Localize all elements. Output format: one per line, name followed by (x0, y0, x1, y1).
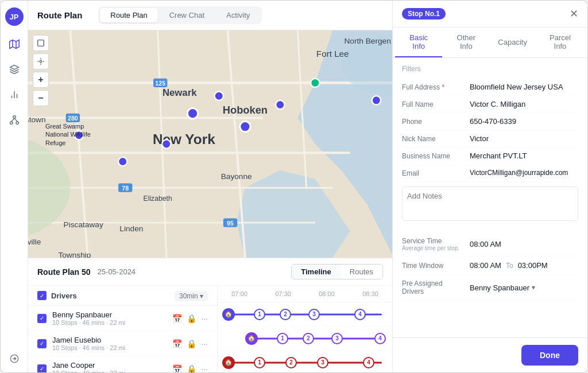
bottom-panel: Route Plan 50 25-05-2024 Timeline Routes… (28, 258, 392, 372)
svg-point-7 (13, 116, 16, 119)
stop-1-4[interactable]: 4 (354, 309, 366, 320)
service-time-sublabel: Average time per stop (402, 245, 465, 251)
svg-point-52 (215, 92, 223, 100)
zoom-in-button[interactable]: + (33, 72, 49, 88)
time-window-row: Time Window 08:00 AM To 03:00PM (402, 257, 578, 275)
sidebar: JP (1, 1, 28, 372)
tab-basic-info[interactable]: Basic Info (395, 28, 442, 57)
stop-1-3[interactable]: 3 (308, 309, 320, 320)
calendar-icon[interactable]: 📅 (172, 339, 182, 348)
network-icon[interactable] (7, 113, 21, 127)
stop-badge: Stop No.1 (402, 8, 446, 20)
stop-3-3[interactable]: 3 (317, 357, 328, 368)
driver-2-checkbox[interactable]: ✓ (37, 339, 47, 348)
drivers-column: ✓ Drivers 30min ▾ ✓ Benny Spanbauer 10 S… (28, 286, 218, 372)
time-window-to: 03:00PM (518, 261, 548, 270)
lock-icon[interactable]: 🔒 (187, 339, 196, 348)
map-select-tool[interactable] (33, 35, 49, 51)
svg-point-55 (372, 96, 381, 104)
svg-text:Township: Township (58, 251, 91, 258)
user-avatar[interactable]: JP (5, 7, 24, 26)
map-location-tool[interactable] (33, 53, 49, 69)
chart-icon[interactable] (7, 88, 21, 102)
driver-row: ✓ Jamel Eusebio 10 Stops · 46 mins · 22 … (28, 331, 217, 356)
time-badge: 30min ▾ (175, 291, 208, 301)
pre-assigned-value: Benny Spanbauer (470, 283, 529, 292)
lock-icon[interactable]: 🔒 (187, 314, 196, 323)
tab-crew-chat[interactable]: Crew Chat (159, 8, 215, 22)
svg-point-60 (40, 60, 42, 63)
route-info: Route Plan 50 25-05-2024 (37, 267, 136, 277)
driver-1-actions: 📅 🔒 ··· (172, 314, 208, 323)
stop-3-2[interactable]: 2 (285, 357, 297, 368)
lock-icon[interactable]: 🔒 (187, 364, 196, 373)
stop-2-1[interactable]: 1 (277, 333, 288, 344)
svg-text:North Bergen: North Bergen (344, 37, 390, 45)
stop-3-4[interactable]: 4 (363, 357, 374, 368)
svg-point-57 (118, 157, 127, 166)
svg-text:Elizabeth: Elizabeth (144, 195, 172, 203)
driver-1-meta: 10 Stops · 46 mins · 22 mi (52, 319, 167, 326)
calendar-icon[interactable]: 📅 (172, 364, 182, 373)
svg-point-51 (162, 139, 171, 148)
svg-marker-3 (10, 65, 18, 70)
view-tab-group: Timeline Routes (291, 264, 383, 279)
driver-2-info: Jamel Eusebio 10 Stops · 46 mins · 22 mi (52, 336, 167, 351)
zoom-out-button[interactable]: − (33, 90, 49, 106)
svg-text:Morristown: Morristown (28, 115, 46, 124)
driver-1-info: Benny Spanbauer 10 Stops · 46 mins · 22 … (52, 310, 167, 326)
panel-close-button[interactable]: ✕ (570, 7, 578, 20)
driver-1-checkbox[interactable]: ✓ (37, 314, 47, 323)
field-label-fullname: Full Name (402, 100, 465, 108)
drivers-select-all[interactable]: ✓ (37, 291, 47, 300)
bottom-panel-header: Route Plan 50 25-05-2024 Timeline Routes (28, 258, 392, 286)
svg-text:Newark: Newark (163, 87, 197, 98)
svg-text:Bayonne: Bayonne (221, 172, 252, 181)
stop-2-4[interactable]: 4 (374, 333, 386, 344)
svg-text:Fort Lee: Fort Lee (316, 49, 349, 59)
pre-assigned-row: Pre Assigned Drivers Benny Spanbauer ▾ (402, 275, 578, 301)
svg-text:Manville: Manville (28, 238, 41, 246)
view-tab-timeline[interactable]: Timeline (292, 265, 341, 279)
more-icon[interactable]: ··· (201, 314, 208, 323)
layers-icon[interactable] (7, 63, 21, 76)
svg-point-9 (16, 122, 19, 125)
driver-2-name: Jamel Eusebio (52, 336, 167, 344)
tab-parcel-info[interactable]: Parcel Info (535, 28, 585, 57)
route-title: Route Plan 50 (37, 267, 91, 277)
svg-text:Hoboken: Hoboken (223, 104, 268, 116)
view-tab-routes[interactable]: Routes (341, 265, 382, 279)
tab-capacity[interactable]: Capacity (490, 28, 535, 57)
done-button[interactable]: Done (521, 345, 578, 366)
stop-2-2[interactable]: 2 (303, 333, 314, 344)
map-icon[interactable] (7, 37, 21, 51)
info-row-business: Business Name Merchant PVT.LT (402, 147, 578, 165)
pre-assigned-select[interactable]: Benny Spanbauer ▾ (470, 283, 535, 292)
stop-1-2[interactable]: 2 (280, 309, 291, 320)
field-value-fullname: Victor C. Milligan (470, 100, 525, 108)
forward-icon[interactable] (7, 352, 21, 366)
drivers-label: Drivers (51, 292, 77, 300)
map-container[interactable]: 280 125 78 95 New York Hoboken Newark Fo… (28, 30, 392, 258)
info-row-phone: Phone 650-470-6339 (402, 113, 578, 130)
driver-row: ✓ Benny Spanbauer 10 Stops · 46 mins · 2… (28, 306, 217, 331)
calendar-icon[interactable]: 📅 (172, 314, 182, 323)
time-window-from: 08:00 AM (470, 261, 501, 270)
more-icon[interactable]: ··· (201, 364, 208, 373)
filters-label: Filters (402, 65, 578, 73)
more-icon[interactable]: ··· (201, 339, 208, 348)
driver-3-actions: 📅 🔒 ··· (172, 364, 208, 373)
stop-1-1[interactable]: 1 (254, 309, 265, 320)
driver-3-checkbox[interactable]: ✓ (37, 364, 47, 373)
time-window-range: 08:00 AM To 03:00PM (470, 261, 548, 270)
field-label-nickname: Nick Name (402, 134, 465, 143)
stop-2-3[interactable]: 3 (331, 333, 343, 344)
tab-other-info[interactable]: Other Info (442, 28, 490, 57)
notes-input[interactable] (402, 187, 578, 221)
stop-3-1[interactable]: 1 (254, 357, 265, 368)
svg-text:280: 280 (68, 115, 78, 122)
tab-activity[interactable]: Activity (216, 8, 260, 22)
topbar: Route Plan Route Plan Crew Chat Activity (28, 1, 392, 30)
time-window-label: Time Window (402, 262, 465, 270)
tab-route-plan[interactable]: Route Plan (100, 8, 157, 22)
